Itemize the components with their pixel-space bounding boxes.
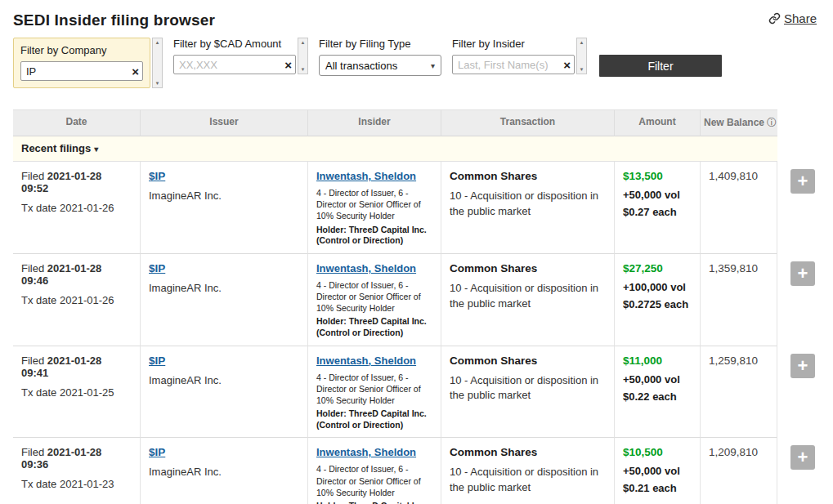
new-balance-cell: 1,359,810 — [700, 254, 777, 346]
insider-link[interactable]: Inwentash, Sheldon — [316, 170, 416, 182]
price-value: $0.21 each — [623, 482, 692, 494]
transaction-cell: Common Shares 10 - Acquisition or dispos… — [441, 162, 614, 254]
clear-icon[interactable]: × — [563, 59, 571, 71]
volume-value: +50,000 vol — [623, 373, 692, 386]
amount-cell: $10,500 +50,000 vol $0.21 each — [614, 438, 700, 504]
column-header-date: Date — [13, 109, 140, 136]
ticker-link[interactable]: $IP — [149, 446, 165, 458]
expand-cell: + — [777, 254, 820, 346]
transaction-type: 10 - Acquisition or disposition in the p… — [450, 281, 606, 312]
date-cell: Filed 2021-01-28 09:36 Tx date 2021-01-2… — [13, 438, 140, 504]
clear-icon[interactable]: × — [284, 59, 292, 71]
transaction-type: 10 - Acquisition or disposition in the p… — [450, 189, 606, 220]
clear-icon[interactable]: × — [132, 65, 139, 78]
column-header-amount: Amount — [614, 109, 700, 136]
new-balance-cell: 1,409,810 — [700, 162, 777, 254]
table-row: Filed 2021-01-28 09:52 Tx date 2021-01-2… — [13, 162, 820, 254]
date-cell: Filed 2021-01-28 09:41 Tx date 2021-01-2… — [13, 346, 140, 439]
step-down-icon[interactable]: ▼ — [301, 67, 306, 72]
insider-cell: Inwentash, Sheldon 4 - Director of Issue… — [307, 254, 441, 346]
filing-type-selected-value: All transactions — [325, 60, 397, 72]
expand-cell: + — [777, 438, 820, 504]
filter-bar: Filter by Company × ▲ ▼ Filter by $CAD A… — [0, 34, 833, 88]
page-title: SEDI Insider filing browser — [13, 11, 215, 29]
insider-roles: 4 - Director of Issuer, 6 - Director or … — [316, 372, 432, 407]
top-bar: SEDI Insider filing browser Share — [0, 0, 833, 33]
share-link[interactable]: Share — [768, 11, 817, 25]
chevron-down-icon: ▾ — [431, 61, 435, 70]
amount-value: $27,250 — [623, 262, 692, 274]
price-value: $0.22 each — [623, 390, 692, 403]
filing-type-filter-label: Filter by Filing Type — [319, 38, 441, 50]
insider-input-stepper[interactable]: ▲ ▼ — [576, 38, 587, 74]
step-up-icon[interactable]: ▲ — [580, 40, 584, 45]
security-name: Common Shares — [450, 355, 606, 367]
amount-input-stepper[interactable]: ▲ ▼ — [298, 38, 308, 74]
insider-roles: 4 - Director of Issuer, 6 - Director or … — [316, 279, 432, 314]
new-balance-cell: 1,209,810 — [700, 438, 777, 504]
company-filter-input[interactable] — [20, 61, 143, 81]
recent-filings-toggle[interactable]: Recent filings▾ — [13, 136, 777, 162]
insider-filter-input[interactable] — [452, 55, 575, 74]
expand-row-button[interactable]: + — [790, 354, 815, 378]
expand-row-button[interactable]: + — [790, 261, 815, 286]
insider-holder: Holder: ThreeD Capital Inc. (Control or … — [316, 316, 432, 338]
insider-holder: Holder: ThreeD Capital Inc. (Control or … — [316, 408, 432, 430]
filing-type-filter-group: Filter by Filing Type All transactions ▾ — [319, 38, 441, 76]
issuer-name: ImagineAR Inc. — [149, 466, 299, 478]
insider-link[interactable]: Inwentash, Sheldon — [316, 446, 416, 458]
amount-filter-group: Filter by $CAD Amount × ▲ ▼ — [173, 38, 308, 74]
security-name: Common Shares — [450, 262, 606, 274]
amount-value: $10,500 — [623, 446, 692, 458]
amount-filter-input[interactable] — [173, 55, 296, 74]
step-up-icon[interactable]: ▲ — [155, 40, 160, 45]
table-row: Filed 2021-01-28 09:41 Tx date 2021-01-2… — [13, 346, 820, 439]
volume-value: +100,000 vol — [623, 281, 692, 293]
balance-value: 1,359,810 — [709, 262, 768, 274]
filings-table: Date Issuer Insider Transaction Amount N… — [13, 109, 820, 504]
issuer-cell: $IP ImagineAR Inc. — [140, 346, 307, 439]
insider-holder: Holder: ThreeD Capital Inc. (Control or … — [316, 225, 432, 247]
ticker-link[interactable]: $IP — [149, 262, 165, 274]
issuer-cell: $IP ImagineAR Inc. — [140, 162, 307, 254]
insider-cell: Inwentash, Sheldon 4 - Director of Issue… — [307, 346, 441, 439]
company-input-stepper[interactable]: ▲ ▼ — [152, 38, 163, 88]
table-row: Filed 2021-01-28 09:46 Tx date 2021-01-2… — [13, 254, 820, 346]
company-filter-highlight: Filter by Company × — [13, 38, 150, 88]
transaction-cell: Common Shares 10 - Acquisition or dispos… — [441, 346, 614, 439]
column-header-insider: Insider — [307, 109, 441, 136]
step-down-icon[interactable]: ▼ — [155, 81, 160, 86]
transaction-type: 10 - Acquisition or disposition in the p… — [450, 373, 606, 404]
date-cell: Filed 2021-01-28 09:46 Tx date 2021-01-2… — [13, 254, 140, 346]
volume-value: +50,000 vol — [623, 465, 692, 477]
security-name: Common Shares — [450, 446, 606, 458]
table-row: Filed 2021-01-28 09:36 Tx date 2021-01-2… — [13, 438, 820, 504]
balance-value: 1,409,810 — [709, 170, 768, 182]
issuer-name: ImagineAR Inc. — [149, 374, 299, 386]
insider-link[interactable]: Inwentash, Sheldon — [316, 355, 416, 367]
amount-value: $13,500 — [623, 170, 692, 182]
issuer-cell: $IP ImagineAR Inc. — [140, 438, 307, 504]
ticker-link[interactable]: $IP — [149, 355, 165, 367]
amount-cell: $11,000 +50,000 vol $0.22 each — [614, 346, 700, 439]
insider-filter-group: Filter by Insider × ▲ ▼ — [452, 38, 587, 74]
filter-submit-button[interactable]: Filter — [599, 55, 722, 77]
recent-filings-label: Recent filings — [21, 142, 91, 154]
step-down-icon[interactable]: ▼ — [580, 67, 584, 72]
insider-link[interactable]: Inwentash, Sheldon — [316, 262, 416, 274]
price-value: $0.27 each — [623, 206, 692, 218]
expand-row-button[interactable]: + — [790, 169, 815, 194]
share-link-label: Share — [784, 11, 817, 25]
insider-holder: Holder: ThreeD Capital Inc. (Control or … — [316, 501, 432, 504]
step-up-icon[interactable]: ▲ — [301, 40, 306, 45]
filing-type-select[interactable]: All transactions ▾ — [319, 55, 441, 76]
balance-value: 1,209,810 — [709, 446, 768, 458]
amount-cell: $27,250 +100,000 vol $0.2725 each — [614, 254, 700, 346]
expand-row-button[interactable]: + — [790, 445, 815, 470]
company-filter-label: Filter by Company — [20, 44, 143, 56]
ticker-link[interactable]: $IP — [149, 170, 165, 182]
insider-cell: Inwentash, Sheldon 4 - Director of Issue… — [307, 162, 441, 254]
transaction-cell: Common Shares 10 - Acquisition or dispos… — [441, 254, 614, 346]
column-header-spacer — [777, 109, 820, 136]
info-icon[interactable]: ⓘ — [767, 117, 777, 128]
